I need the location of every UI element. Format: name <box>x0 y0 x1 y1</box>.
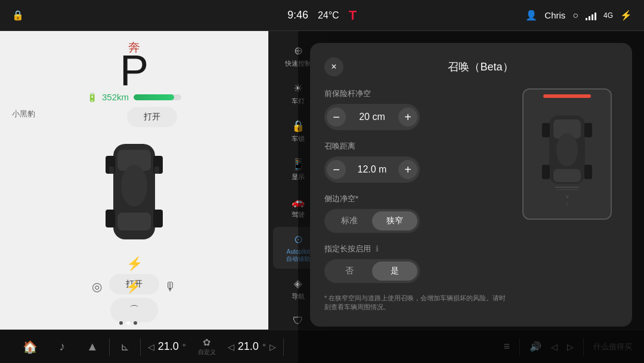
front-clearance-row: 前保险杆净空 − 20 cm + <box>324 88 510 130</box>
dialog-title: 召唤（Beta） <box>343 60 618 74</box>
svg-rect-8 <box>109 167 114 174</box>
status-right: 👤 Chris ○ 4G ⚡ <box>525 10 632 21</box>
dist-line-3 <box>558 192 577 192</box>
side-clearance-standard[interactable]: 标准 <box>327 211 372 230</box>
right-arrow-icon: ▷ <box>270 342 276 352</box>
lock-icon: 🔒 <box>12 10 24 21</box>
side-clearance-label: 侧边净空* <box>324 193 510 204</box>
page-dots <box>119 321 137 325</box>
battery-fill <box>134 94 174 100</box>
svg-rect-15 <box>542 165 550 179</box>
signal-bar-4 <box>595 13 596 20</box>
page-dot-2 <box>126 321 130 325</box>
right-temp-unit: ° <box>262 342 266 352</box>
taskbar-home[interactable]: 🏠 <box>12 330 48 363</box>
taskbar-music[interactable]: ♪ <box>48 330 76 363</box>
front-clearance-label: 前保险杆净空 <box>324 88 510 99</box>
taskbar-left-temp: ◁ 21.0 ° <box>141 340 193 353</box>
status-bar: 🔒 9:46 24°C T 👤 Chris ○ 4G ⚡ <box>0 0 644 31</box>
svg-rect-2 <box>117 213 151 230</box>
long-press-row: 指定长按启用 ℹ 否 是 <box>324 244 510 283</box>
chevron-down-1: ∨ <box>565 194 569 199</box>
distance-indicator: ∨ ∨ ∨ <box>555 187 579 214</box>
car-top-view <box>92 132 176 251</box>
taskbar-nav-icon[interactable]: ⊾ <box>110 330 140 363</box>
wiper-button[interactable]: ⌒ <box>110 298 158 322</box>
left-temp-icon: ◁ <box>148 342 154 352</box>
open-top-button[interactable]: 打开 <box>127 107 177 127</box>
user-icon: 👤 <box>525 10 537 21</box>
car-preview-top-bar <box>543 94 591 98</box>
info-icon: ℹ <box>376 244 379 253</box>
car-svg <box>92 132 176 251</box>
summon-distance-minus[interactable]: − <box>327 160 346 179</box>
front-clearance-minus[interactable]: − <box>327 107 346 127</box>
front-clearance-stepper: − 20 cm + <box>324 104 420 130</box>
signal-bars <box>586 11 596 20</box>
svg-rect-16 <box>584 165 592 179</box>
dist-line-2 <box>556 189 578 190</box>
svg-rect-5 <box>106 210 115 227</box>
bottom-controls: ◎ ⚡ 🎙 <box>92 279 177 294</box>
car-preview-box: ∨ ∨ ∨ <box>522 88 612 220</box>
main-screen: 🔒 9:46 24°C T 👤 Chris ○ 4G ⚡ 奔 P <box>0 0 644 363</box>
camera-icon[interactable]: ◎ <box>92 279 102 294</box>
left-temp-unit: ° <box>182 342 186 352</box>
chevron-down-3: ∨ <box>565 208 569 214</box>
dialog-close-button[interactable]: × <box>324 57 343 76</box>
brand-logo: 奔 <box>128 39 140 56</box>
signal-bar-2 <box>589 16 590 20</box>
left-temp-value: 21.0 <box>158 340 179 353</box>
svg-rect-6 <box>153 210 163 227</box>
long-press-yes[interactable]: 是 <box>372 262 417 281</box>
main-content: 奔 P 🔋 352km 小黑豹 打开 <box>0 31 644 330</box>
footnote: * 在狭窄空间与道路上使用召唤，会增加车辆损坏的风险。请时刻查看车辆周围情况。 <box>324 294 510 312</box>
tesla-logo: T <box>349 8 357 23</box>
car-name: 小黑豹 <box>12 109 35 119</box>
charge-icon[interactable]: ⚡ <box>126 279 141 294</box>
dialog-body: 前保险杆净空 − 20 cm + 召唤距离 − <box>324 88 618 312</box>
svg-rect-12 <box>553 169 581 182</box>
chevron-down-2: ∨ <box>565 201 569 207</box>
fan-control[interactable]: ✿ 自定义 <box>193 337 221 356</box>
side-clearance-row: 侧边净空* 标准 狭窄 <box>324 193 510 233</box>
side-clearance-narrow[interactable]: 狭窄 <box>372 211 417 230</box>
signal-bar-1 <box>586 18 587 20</box>
dialog-header: × 召唤（Beta） <box>324 57 618 76</box>
dialog-settings: 前保险杆净空 − 20 cm + 召唤距离 − <box>324 88 510 312</box>
battery-icon: 🔋 <box>87 93 97 102</box>
right-temp-value: 21.0 <box>238 340 259 353</box>
page-dot-1 <box>119 321 123 325</box>
battery-bar <box>134 94 181 100</box>
battery-km: 352km <box>102 92 129 102</box>
signal-label: 4G <box>603 11 613 20</box>
side-clearance-toggle: 标准 狭窄 <box>324 209 420 233</box>
front-clearance-plus[interactable]: + <box>398 107 417 127</box>
summon-distance-plus[interactable]: + <box>398 160 417 179</box>
svg-rect-14 <box>584 123 592 137</box>
summon-dialog: × 召唤（Beta） 前保险杆净空 − 20 cm + <box>310 43 632 327</box>
page-dot-3 <box>134 321 137 325</box>
summon-distance-stepper: − 12.0 m + <box>324 156 420 183</box>
long-press-no[interactable]: 否 <box>327 262 372 281</box>
taskbar-up[interactable]: ▲ <box>76 330 109 363</box>
taskbar-right-temp: ◁ 21.0 ° ▷ <box>221 340 283 353</box>
fan-icon: ✿ <box>203 337 210 348</box>
mic-icon[interactable]: 🎙 <box>165 280 177 294</box>
dialog-backdrop: × 召唤（Beta） 前保险杆净空 − 20 cm + <box>298 31 644 330</box>
front-clearance-value: 20 cm <box>346 112 398 122</box>
battery-info: 🔋 352km <box>87 92 181 102</box>
svg-rect-9 <box>154 167 159 174</box>
user-name: Chris <box>544 10 565 20</box>
bluetooth-icon: ⚡ <box>620 10 632 21</box>
left-panel: 奔 P 🔋 352km 小黑豹 打开 <box>0 31 268 330</box>
left-arrow-icon: ◁ <box>228 342 234 352</box>
summon-distance-value: 12.0 m <box>346 164 398 175</box>
dialog-car-preview: ∨ ∨ ∨ <box>522 88 618 312</box>
svg-point-17 <box>556 133 578 167</box>
svg-point-7 <box>121 165 147 207</box>
status-temperature: 24°C <box>318 10 339 21</box>
signal-bar-3 <box>592 14 593 20</box>
status-time: 9:46 <box>287 9 308 21</box>
svg-rect-13 <box>542 123 550 137</box>
